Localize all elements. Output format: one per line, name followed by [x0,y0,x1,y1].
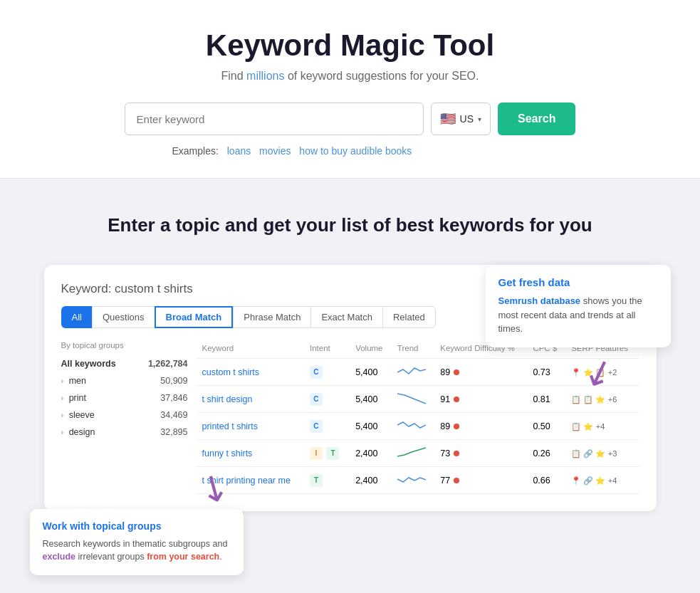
tab-exact-match[interactable]: Exact Match [310,306,382,328]
tab-questions[interactable]: Questions [92,306,155,328]
intent-badge: I [310,447,323,460]
col-volume: Volume [350,341,392,359]
list-item[interactable]: All keywords 1,262,784 [61,355,188,372]
tooltip-bottom-title: Work with topical groups [43,520,231,532]
results-table: Keyword Intent Volume Trend Keyword Diff… [197,341,639,494]
difficulty-dot [454,451,459,456]
table-row: funny t shirts I T 2,400 73 0.26 [197,440,639,467]
table-row: t shirt design C 5,400 91 0.81 📋 📋 ⭐ +6 [197,386,639,413]
section-title: Enter a topic and get your list of best … [14,214,686,236]
groups-header: By topical groups [61,341,188,350]
difficulty-dot [454,424,459,429]
data-table: By topical groups All keywords 1,262,784… [61,341,639,494]
keyword-link[interactable]: funny t shirts [202,448,253,458]
col-intent: Intent [304,341,350,359]
subtitle: Find millions of keyword suggestions for… [14,70,686,83]
bottom-section: Enter a topic and get your list of best … [0,179,700,540]
tab-broad-match[interactable]: Broad Match [155,306,234,328]
table-row: custom t shirts C 5,400 89 0.73 📍 ⭐ 📋 +2 [197,359,639,386]
tooltip-right-text: Semrush database shows you the most rece… [498,294,658,336]
top-section: Keyword Magic Tool Find millions of keyw… [0,0,700,179]
col-trend: Trend [392,341,434,359]
chevron-right-icon: › [61,394,64,402]
serp-icons: 📋 🔗 ⭐ [571,449,605,458]
chevron-down-icon: ▾ [478,115,481,123]
intent-badge: T [326,447,339,460]
search-row: 🇺🇸 US ▾ Search [14,103,686,135]
demo-wrapper: Keyword: custom t shirts All Questions B… [44,265,657,511]
chevron-right-icon: › [61,377,64,385]
examples-label: Examples: [172,145,219,157]
example-link-audible[interactable]: how to buy audible books [299,145,412,157]
trend-sparkline [397,364,426,378]
intent-badge: C [310,420,323,433]
tab-phrase-match[interactable]: Phrase Match [233,306,310,328]
tooltip-right: Get fresh data Semrush database shows yo… [486,265,671,347]
keyword-link[interactable]: t shirt design [202,394,253,404]
chevron-right-icon: › [61,411,64,419]
groups-column: By topical groups All keywords 1,262,784… [61,341,197,494]
list-item[interactable]: › men 50,909 [61,372,188,389]
trend-sparkline [397,445,426,459]
tab-related[interactable]: Related [382,306,436,328]
intent-badge: C [310,366,323,379]
serp-icons: 📋 📋 ⭐ [571,395,605,404]
intent-badge: T [310,474,323,487]
col-keyword: Keyword [197,341,304,359]
keyword-link[interactable]: custom t shirts [202,367,260,377]
trend-sparkline [397,391,426,405]
list-item[interactable]: › sleeve 34,469 [61,406,188,424]
difficulty-dot [454,478,459,483]
tooltip-bottom-text: Research keywords in thematic subgroups … [43,537,231,565]
examples-row: Examples: loans movies how to buy audibl… [172,145,686,157]
tooltip-bottom: Work with topical groups Research keywor… [30,509,244,576]
intent-badge: C [310,393,323,406]
keyword-link[interactable]: printed t shirts [202,421,258,431]
example-link-loans[interactable]: loans [227,145,251,157]
country-selector[interactable]: 🇺🇸 US ▾ [431,103,491,135]
chevron-right-icon: › [61,428,64,436]
trend-sparkline [397,418,426,432]
list-item[interactable]: › print 37,846 [61,389,188,406]
search-button[interactable]: Search [498,103,575,135]
difficulty-dot [454,369,459,375]
results-column: Keyword Intent Volume Trend Keyword Diff… [197,341,639,494]
table-row: t shirt printing near me T 2,400 77 0.66… [197,467,639,494]
serp-icons: 📋 ⭐ [571,422,593,431]
tab-all[interactable]: All [61,306,92,328]
difficulty-dot [454,397,459,402]
page-title: Keyword Magic Tool [14,28,686,63]
flag-icon: 🇺🇸 [440,111,456,127]
search-input[interactable] [125,103,424,135]
country-code: US [460,113,474,125]
trend-sparkline [397,472,426,486]
tooltip-right-title: Get fresh data [498,276,658,288]
list-item[interactable]: › design 32,895 [61,424,188,441]
table-row: printed t shirts C 5,400 89 0.50 📋 ⭐ +4 [197,413,639,440]
example-link-movies[interactable]: movies [259,145,291,157]
serp-icons: 📍 🔗 ⭐ [571,476,605,485]
